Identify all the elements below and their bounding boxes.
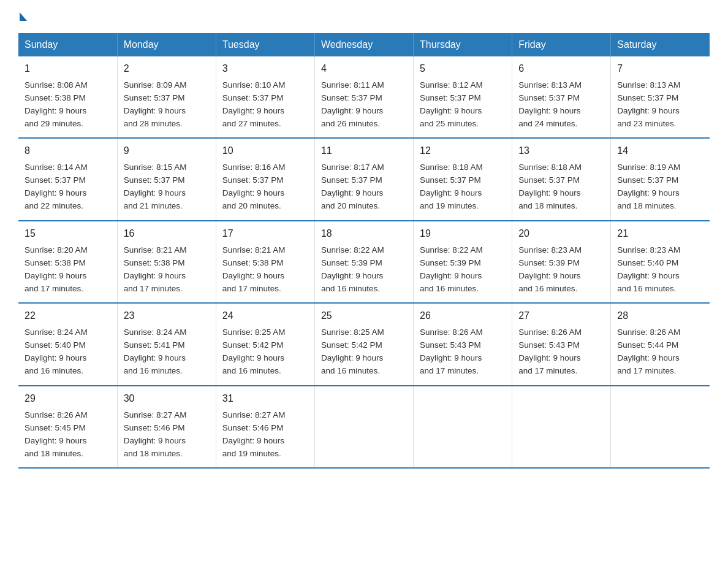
day-info: Sunrise: 8:25 AMSunset: 5:42 PMDaylight:… [321, 327, 384, 375]
day-info: Sunrise: 8:08 AMSunset: 5:38 PMDaylight:… [25, 80, 88, 128]
calendar-day-cell: 11Sunrise: 8:17 AMSunset: 5:37 PMDayligh… [314, 138, 413, 220]
calendar-week-row: 1Sunrise: 8:08 AMSunset: 5:38 PMDaylight… [18, 56, 710, 138]
day-number: 12 [420, 144, 506, 159]
day-number: 13 [518, 144, 604, 159]
day-number: 9 [124, 144, 210, 159]
day-info: Sunrise: 8:26 AMSunset: 5:43 PMDaylight:… [420, 327, 483, 375]
day-info: Sunrise: 8:21 AMSunset: 5:38 PMDaylight:… [124, 245, 187, 293]
day-info: Sunrise: 8:23 AMSunset: 5:40 PMDaylight:… [617, 245, 680, 293]
day-info: Sunrise: 8:25 AMSunset: 5:42 PMDaylight:… [222, 327, 286, 375]
day-number: 15 [25, 226, 111, 242]
day-number: 11 [321, 144, 407, 159]
weekday-header-sunday: Sunday [18, 33, 117, 56]
day-info: Sunrise: 8:14 AMSunset: 5:37 PMDaylight:… [25, 163, 88, 210]
calendar-day-cell: 30Sunrise: 8:27 AMSunset: 5:46 PMDayligh… [117, 386, 216, 468]
calendar-day-cell: 3Sunrise: 8:10 AMSunset: 5:37 PMDaylight… [216, 56, 314, 138]
day-info: Sunrise: 8:24 AMSunset: 5:40 PMDaylight:… [25, 327, 88, 375]
day-info: Sunrise: 8:18 AMSunset: 5:37 PMDaylight:… [420, 163, 483, 210]
day-info: Sunrise: 8:26 AMSunset: 5:44 PMDaylight:… [617, 327, 680, 375]
logo-general-text [18, 12, 27, 21]
day-number: 10 [222, 144, 308, 159]
logo-arrow-icon [20, 12, 27, 21]
calendar-day-cell: 5Sunrise: 8:12 AMSunset: 5:37 PMDaylight… [414, 56, 512, 138]
day-info: Sunrise: 8:24 AMSunset: 5:41 PMDaylight:… [124, 327, 187, 375]
day-number: 2 [124, 61, 210, 77]
day-number: 17 [222, 226, 308, 242]
day-number: 23 [124, 308, 210, 324]
calendar-day-cell: 23Sunrise: 8:24 AMSunset: 5:41 PMDayligh… [117, 303, 216, 385]
day-info: Sunrise: 8:20 AMSunset: 5:38 PMDaylight:… [25, 245, 88, 293]
calendar-day-cell: 17Sunrise: 8:21 AMSunset: 5:38 PMDayligh… [216, 221, 314, 303]
day-number: 28 [617, 308, 703, 324]
calendar-day-cell: 20Sunrise: 8:23 AMSunset: 5:39 PMDayligh… [512, 221, 611, 303]
calendar-day-cell: 25Sunrise: 8:25 AMSunset: 5:42 PMDayligh… [314, 303, 413, 385]
day-number: 6 [518, 61, 604, 77]
day-info: Sunrise: 8:15 AMSunset: 5:37 PMDaylight:… [124, 163, 187, 210]
day-number: 18 [321, 226, 407, 242]
calendar-day-cell: 1Sunrise: 8:08 AMSunset: 5:38 PMDaylight… [18, 56, 117, 138]
calendar-day-cell: 24Sunrise: 8:25 AMSunset: 5:42 PMDayligh… [216, 303, 314, 385]
weekday-header-thursday: Thursday [414, 33, 512, 56]
day-number: 4 [321, 61, 407, 77]
calendar-day-cell: 15Sunrise: 8:20 AMSunset: 5:38 PMDayligh… [18, 221, 117, 303]
day-info: Sunrise: 8:27 AMSunset: 5:46 PMDaylight:… [222, 410, 286, 458]
calendar-day-cell: 7Sunrise: 8:13 AMSunset: 5:37 PMDaylight… [611, 56, 710, 138]
calendar-day-cell: 13Sunrise: 8:18 AMSunset: 5:37 PMDayligh… [512, 138, 611, 220]
page-header [18, 12, 710, 21]
calendar-week-row: 29Sunrise: 8:26 AMSunset: 5:45 PMDayligh… [18, 386, 710, 468]
day-number: 27 [518, 308, 604, 324]
weekday-header-monday: Monday [117, 33, 216, 56]
day-info: Sunrise: 8:13 AMSunset: 5:37 PMDaylight:… [617, 80, 680, 128]
weekday-header-row: SundayMondayTuesdayWednesdayThursdayFrid… [18, 33, 710, 56]
day-info: Sunrise: 8:11 AMSunset: 5:37 PMDaylight:… [321, 80, 384, 128]
calendar-day-cell [512, 386, 611, 468]
day-number: 16 [124, 226, 210, 242]
calendar-day-cell: 12Sunrise: 8:18 AMSunset: 5:37 PMDayligh… [414, 138, 512, 220]
calendar-day-cell [414, 386, 512, 468]
calendar-week-row: 22Sunrise: 8:24 AMSunset: 5:40 PMDayligh… [18, 303, 710, 385]
calendar-day-cell: 6Sunrise: 8:13 AMSunset: 5:37 PMDaylight… [512, 56, 611, 138]
weekday-header-tuesday: Tuesday [216, 33, 314, 56]
calendar-day-cell: 21Sunrise: 8:23 AMSunset: 5:40 PMDayligh… [611, 221, 710, 303]
day-info: Sunrise: 8:26 AMSunset: 5:45 PMDaylight:… [25, 410, 88, 458]
day-info: Sunrise: 8:21 AMSunset: 5:38 PMDaylight:… [222, 245, 286, 293]
calendar-day-cell: 9Sunrise: 8:15 AMSunset: 5:37 PMDaylight… [117, 138, 216, 220]
day-number: 22 [25, 308, 111, 324]
day-number: 31 [222, 391, 308, 407]
calendar-day-cell: 4Sunrise: 8:11 AMSunset: 5:37 PMDaylight… [314, 56, 413, 138]
day-number: 8 [25, 144, 111, 159]
calendar-day-cell: 14Sunrise: 8:19 AMSunset: 5:37 PMDayligh… [611, 138, 710, 220]
calendar-day-cell: 19Sunrise: 8:22 AMSunset: 5:39 PMDayligh… [414, 221, 512, 303]
calendar-day-cell: 28Sunrise: 8:26 AMSunset: 5:44 PMDayligh… [611, 303, 710, 385]
day-number: 5 [420, 61, 506, 77]
logo [18, 12, 27, 21]
day-number: 21 [617, 226, 703, 242]
calendar-day-cell: 2Sunrise: 8:09 AMSunset: 5:37 PMDaylight… [117, 56, 216, 138]
day-info: Sunrise: 8:27 AMSunset: 5:46 PMDaylight:… [124, 410, 187, 458]
day-number: 25 [321, 308, 407, 324]
day-number: 26 [420, 308, 506, 324]
day-number: 20 [518, 226, 604, 242]
day-number: 7 [617, 61, 703, 77]
calendar-day-cell [611, 386, 710, 468]
day-number: 29 [25, 391, 111, 407]
day-number: 19 [420, 226, 506, 242]
calendar-day-cell: 27Sunrise: 8:26 AMSunset: 5:43 PMDayligh… [512, 303, 611, 385]
day-info: Sunrise: 8:26 AMSunset: 5:43 PMDaylight:… [518, 327, 582, 375]
day-info: Sunrise: 8:12 AMSunset: 5:37 PMDaylight:… [420, 80, 483, 128]
calendar-week-row: 15Sunrise: 8:20 AMSunset: 5:38 PMDayligh… [18, 221, 710, 303]
calendar-day-cell: 31Sunrise: 8:27 AMSunset: 5:46 PMDayligh… [216, 386, 314, 468]
calendar-day-cell: 16Sunrise: 8:21 AMSunset: 5:38 PMDayligh… [117, 221, 216, 303]
weekday-header-friday: Friday [512, 33, 611, 56]
day-info: Sunrise: 8:16 AMSunset: 5:37 PMDaylight:… [222, 163, 286, 210]
day-info: Sunrise: 8:13 AMSunset: 5:37 PMDaylight:… [518, 80, 582, 128]
day-info: Sunrise: 8:19 AMSunset: 5:37 PMDaylight:… [617, 163, 680, 210]
calendar-table: SundayMondayTuesdayWednesdayThursdayFrid… [18, 33, 710, 469]
calendar-day-cell: 26Sunrise: 8:26 AMSunset: 5:43 PMDayligh… [414, 303, 512, 385]
day-info: Sunrise: 8:18 AMSunset: 5:37 PMDaylight:… [518, 163, 582, 210]
day-info: Sunrise: 8:23 AMSunset: 5:39 PMDaylight:… [518, 245, 582, 293]
day-number: 14 [617, 144, 703, 159]
calendar-day-cell: 29Sunrise: 8:26 AMSunset: 5:45 PMDayligh… [18, 386, 117, 468]
calendar-day-cell: 18Sunrise: 8:22 AMSunset: 5:39 PMDayligh… [314, 221, 413, 303]
day-info: Sunrise: 8:09 AMSunset: 5:37 PMDaylight:… [124, 80, 187, 128]
